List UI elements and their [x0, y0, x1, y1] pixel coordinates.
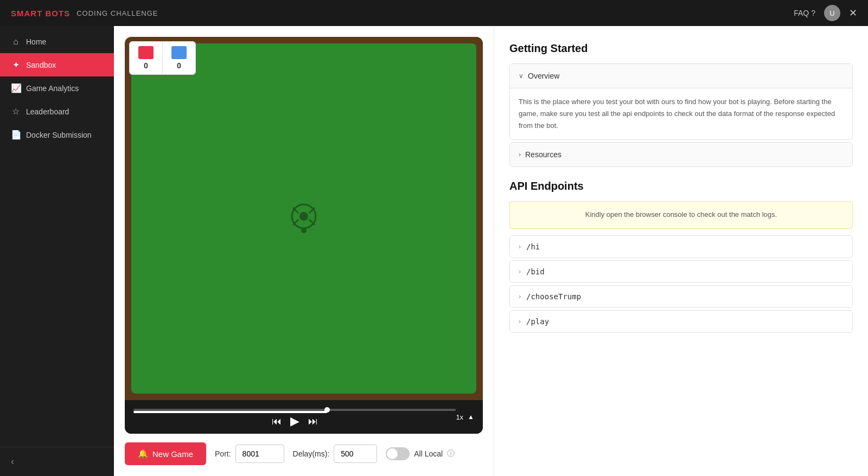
- help-icon[interactable]: ⓘ: [447, 449, 455, 459]
- endpoint-choosetrump-header[interactable]: › /chooseTrump: [510, 286, 852, 307]
- all-local-label: All Local: [414, 449, 443, 458]
- sidebar-item-docker[interactable]: 📄 Docker Submission: [0, 123, 114, 146]
- all-local-toggle[interactable]: [386, 447, 410, 460]
- overview-label: Overview: [528, 72, 559, 80]
- progress-fill: [133, 411, 327, 413]
- faq-icon: ?: [811, 9, 815, 17]
- endpoint-choosetrump-path: /chooseTrump: [526, 292, 581, 301]
- getting-started-title: Getting Started: [509, 42, 853, 55]
- new-game-button[interactable]: 🔔 New Game: [125, 442, 206, 465]
- endpoint-choosetrump-chevron-icon: ›: [519, 293, 521, 300]
- play-button[interactable]: ▶: [290, 414, 299, 428]
- overview-accordion: ∨ Overview This is the place where you t…: [509, 63, 853, 140]
- game-bottom-bar: 🔔 New Game Port: Delay(ms): All Local: [125, 434, 483, 465]
- docker-icon: 📄: [11, 130, 21, 140]
- right-panel: Getting Started ∨ Overview This is the p…: [494, 26, 868, 476]
- port-group: Port:: [215, 445, 284, 463]
- main-layout: ⌂ Home ✦ Sandbox 📈 Game Analytics ☆ Lead…: [0, 26, 868, 476]
- rewind-button[interactable]: ⏮: [272, 416, 282, 427]
- avatar[interactable]: U: [824, 5, 840, 21]
- delay-input[interactable]: [334, 445, 377, 463]
- endpoint-hi: › /hi: [509, 235, 853, 258]
- sidebar-item-leaderboard-label: Leaderboard: [26, 107, 69, 116]
- speed-label: 1x: [456, 413, 463, 421]
- overview-chevron-icon: ∨: [519, 72, 524, 80]
- new-game-label: New Game: [152, 449, 193, 459]
- analytics-icon: 📈: [11, 83, 21, 93]
- score-overlay: 0 0: [129, 41, 196, 75]
- svg-point-6: [301, 228, 307, 233]
- brand-smart: SMART BOTS: [11, 9, 70, 18]
- blue-color-indicator: [171, 46, 187, 59]
- speed-chevron-icon[interactable]: ▲: [468, 413, 474, 421]
- sidebar-collapse-button[interactable]: ‹: [0, 447, 114, 476]
- toggle-group: All Local ⓘ: [386, 447, 455, 460]
- faq-label: FAQ: [794, 9, 809, 17]
- endpoint-bid-path: /bid: [526, 267, 545, 276]
- leaderboard-icon: ☆: [11, 106, 21, 117]
- score-blue: 0: [177, 61, 181, 70]
- game-canvas: 0 0: [125, 37, 483, 434]
- sandbox-icon: ✦: [11, 60, 21, 70]
- red-color-indicator: [138, 46, 154, 59]
- game-controls: ⏮ ▶ ⏭ 1x ▲: [125, 400, 483, 434]
- resources-accordion: › Resources: [509, 142, 853, 167]
- sidebar-item-home[interactable]: ⌂ Home: [0, 30, 114, 53]
- progress-thumb: [324, 407, 330, 413]
- delay-label: Delay(ms):: [293, 449, 330, 458]
- sidebar-item-home-label: Home: [26, 37, 46, 46]
- endpoint-play: › /play: [509, 310, 853, 333]
- port-input[interactable]: [235, 445, 284, 463]
- resources-chevron-icon: ›: [519, 151, 521, 158]
- brand-coding: CODING CHALLENGE: [76, 9, 158, 17]
- api-note: Kindly open the browser console to check…: [509, 201, 853, 229]
- endpoint-hi-header[interactable]: › /hi: [510, 236, 852, 258]
- resources-label: Resources: [525, 150, 561, 159]
- endpoint-play-path: /play: [526, 317, 549, 326]
- svg-point-1: [299, 212, 308, 221]
- endpoint-hi-path: /hi: [526, 242, 540, 251]
- topnav-right: FAQ ? U ✕: [794, 5, 857, 21]
- score-blue-box: 0: [163, 42, 195, 74]
- sidebar-item-analytics-label: Game Analytics: [26, 84, 79, 93]
- sidebar-item-sandbox[interactable]: ✦ Sandbox: [0, 53, 114, 76]
- close-button[interactable]: ✕: [849, 7, 857, 19]
- game-area: 0 0: [114, 26, 494, 476]
- faq-link[interactable]: FAQ ?: [794, 9, 815, 17]
- sidebar-item-sandbox-label: Sandbox: [26, 61, 56, 69]
- sidebar: ⌂ Home ✦ Sandbox 📈 Game Analytics ☆ Lead…: [0, 26, 114, 476]
- progress-bar[interactable]: [133, 409, 456, 411]
- endpoint-bid-chevron-icon: ›: [519, 268, 521, 275]
- api-endpoints-section: API Endpoints Kindly open the browser co…: [509, 180, 853, 333]
- home-icon: ⌂: [11, 37, 21, 47]
- overview-accordion-header[interactable]: ∨ Overview: [510, 64, 852, 88]
- topnav: SMART BOTS CODING CHALLENGE FAQ ? U ✕: [0, 0, 868, 26]
- endpoint-choosetrump: › /chooseTrump: [509, 285, 853, 308]
- fast-forward-button[interactable]: ⏭: [308, 416, 318, 427]
- game-panel-layout: 0 0: [114, 26, 868, 476]
- sidebar-item-docker-label: Docker Submission: [26, 131, 92, 139]
- content-area: 0 0: [114, 26, 868, 476]
- overview-body: This is the place where you test your bo…: [510, 88, 852, 139]
- endpoint-hi-chevron-icon: ›: [519, 243, 521, 250]
- overview-text: This is the place where you test your bo…: [519, 98, 835, 130]
- endpoint-play-chevron-icon: ›: [519, 318, 521, 325]
- port-label: Port:: [215, 449, 231, 458]
- endpoint-play-header[interactable]: › /play: [510, 311, 852, 332]
- game-logo: [282, 197, 326, 240]
- api-title: API Endpoints: [509, 180, 853, 192]
- game-field: [131, 43, 476, 394]
- sidebar-item-leaderboard[interactable]: ☆ Leaderboard: [0, 100, 114, 123]
- bell-icon: 🔔: [138, 449, 148, 459]
- controls-right: 1x ▲: [456, 413, 474, 421]
- score-red: 0: [144, 61, 148, 70]
- score-red-box: 0: [130, 42, 163, 74]
- sidebar-item-analytics[interactable]: 📈 Game Analytics: [0, 76, 114, 100]
- delay-group: Delay(ms):: [293, 445, 378, 463]
- resources-accordion-header[interactable]: › Resources: [510, 143, 852, 166]
- endpoint-bid-header[interactable]: › /bid: [510, 261, 852, 282]
- endpoint-bid: › /bid: [509, 260, 853, 283]
